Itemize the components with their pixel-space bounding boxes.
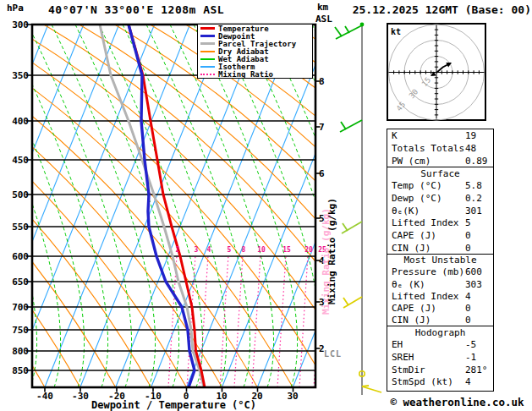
temperature-line-swatch bbox=[200, 27, 215, 30]
section-header: Hodograph bbox=[387, 326, 493, 339]
pressure-label: 850 bbox=[5, 365, 29, 376]
table-row: EH -5 bbox=[387, 339, 493, 352]
row-value: 301 bbox=[465, 206, 482, 218]
row-value: 0 bbox=[465, 230, 471, 243]
row-label: CAPE (J) bbox=[392, 230, 436, 241]
section-header: Surface bbox=[387, 167, 493, 180]
row-value: 5.8 bbox=[465, 180, 482, 193]
mixing-ratio-value: 2 bbox=[170, 246, 185, 254]
table-row: CAPE (J) 0 bbox=[387, 303, 493, 315]
row-value: 0.89 bbox=[465, 155, 488, 167]
row-value: 0.2 bbox=[465, 193, 482, 206]
row-label: Dewp (°C) bbox=[392, 193, 442, 204]
temperature-curve bbox=[129, 25, 205, 387]
pressure-label: 300 bbox=[5, 19, 29, 30]
row-label: Lifted Index bbox=[392, 291, 458, 302]
skewt-sounding-page: hPa 40°07'N 33°00'E 1208m ASL km ASL 25.… bbox=[0, 0, 532, 411]
pressure-label: 700 bbox=[5, 302, 29, 313]
wet-adiabat-line-swatch bbox=[200, 58, 215, 60]
mixing-ratio-value: 10 bbox=[254, 246, 269, 254]
x-axis-title: Dewpoint / Temperature (°C) bbox=[32, 399, 315, 411]
copyright-watermark: © weatheronline.co.uk bbox=[382, 396, 532, 408]
row-label: Pressure (mb) bbox=[392, 266, 464, 277]
section-header: Most Unstable bbox=[387, 255, 493, 266]
legend-item-mixing-ratio: Mixing Ratio bbox=[198, 70, 312, 78]
km-label: 7 bbox=[319, 122, 325, 133]
pressure-label: 800 bbox=[5, 346, 29, 357]
table-row: PW (cm) 0.89 bbox=[387, 155, 493, 167]
row-value: 4 bbox=[465, 376, 471, 389]
row-label: CAPE (J) bbox=[392, 303, 436, 314]
hodograph-panel: kt 15 30 45 bbox=[387, 24, 485, 120]
table-row: K 19 bbox=[387, 129, 493, 142]
pressure-label: 550 bbox=[5, 222, 29, 233]
pressure-label: 450 bbox=[5, 155, 29, 166]
table-row: Lifted Index 4 bbox=[387, 291, 493, 303]
row-label: Temp (°C) bbox=[392, 180, 442, 191]
legend: Temperature Dewpoint Parcel Trajectory D… bbox=[197, 24, 313, 79]
row-value: 19 bbox=[465, 129, 476, 142]
parcel-line-swatch bbox=[200, 42, 215, 45]
row-value: 48 bbox=[465, 142, 476, 155]
pressure-label: 400 bbox=[5, 116, 29, 127]
surface-panel: Surface Temp (°C) 5.8 Dewp (°C) 0.2 θₑ(K… bbox=[387, 167, 494, 256]
plot-border bbox=[32, 25, 315, 387]
row-label: StmDir bbox=[392, 364, 425, 375]
pressure-label: 350 bbox=[5, 70, 29, 81]
table-row: Pressure (mb) 600 bbox=[387, 266, 493, 278]
mixing-ratio-value: 8 bbox=[236, 246, 251, 254]
row-value: 281° bbox=[465, 364, 488, 377]
row-value: 5 bbox=[465, 217, 471, 230]
row-value: -5 bbox=[465, 339, 476, 352]
mixing-ratio-line-swatch bbox=[200, 74, 215, 75]
mixing-ratio-value: 5 bbox=[222, 246, 237, 254]
table-row: Temp (°C) 5.8 bbox=[387, 180, 493, 193]
km-label: 6 bbox=[319, 168, 325, 179]
legend-label: Mixing Ratio bbox=[218, 70, 273, 79]
most-unstable-panel: Most Unstable Pressure (mb) 600 θₑ (K) 3… bbox=[387, 254, 494, 328]
isotherm-line-swatch bbox=[200, 66, 215, 68]
indices-panel: K 19 Totals Totals 48 PW (cm) 0.89 bbox=[387, 129, 494, 168]
row-label: CIN (J) bbox=[392, 243, 431, 254]
row-label: PW (cm) bbox=[392, 156, 431, 167]
row-label: Lifted Index bbox=[392, 217, 458, 228]
dewpoint-line-swatch bbox=[200, 35, 215, 37]
legend-item-wet-adiabat: Wet Adiabat bbox=[198, 55, 312, 63]
pressure-gridlines bbox=[26, 25, 321, 392]
row-label: Totals Totals bbox=[392, 143, 464, 154]
km-label: 8 bbox=[319, 76, 325, 87]
table-row: StmDir 281° bbox=[387, 364, 493, 377]
hodograph-unit-label: kt bbox=[391, 27, 401, 36]
mixing-ratio-value: 15 bbox=[279, 246, 294, 254]
table-row: CAPE (J) 0 bbox=[387, 230, 493, 243]
row-value: 0 bbox=[465, 303, 471, 315]
row-label: θₑ(K) bbox=[392, 206, 420, 216]
mixing-ratio-axis-label: Mixing Ratio (g/kg) bbox=[326, 198, 337, 304]
row-label: SREH bbox=[392, 352, 414, 363]
wind-barb-300hpa bbox=[335, 25, 362, 39]
mixing-ratio-value: 4 bbox=[201, 246, 217, 254]
hodograph-stats-panel: Hodograph EH -5 SREH -1 StmDir 281° StmS… bbox=[387, 326, 494, 392]
wind-barb-400hpa bbox=[340, 120, 362, 132]
row-label: StmSpd (kt) bbox=[392, 376, 453, 387]
table-row: Dewp (°C) 0.2 bbox=[387, 193, 493, 206]
table-row: Totals Totals 48 bbox=[387, 142, 493, 155]
legend-item-temperature: Temperature bbox=[198, 25, 312, 32]
row-value: 4 bbox=[465, 291, 471, 303]
pressure-label: 650 bbox=[5, 277, 29, 288]
pressure-label: 750 bbox=[5, 325, 29, 336]
table-row: θₑ (K) 303 bbox=[387, 279, 493, 291]
table-row: StmSpd (kt) 4 bbox=[387, 376, 493, 389]
lcl-marker-label: LCL bbox=[324, 349, 342, 359]
row-label: θₑ (K) bbox=[392, 279, 425, 290]
wind-barb-staff bbox=[335, 23, 381, 395]
row-label: K bbox=[392, 130, 398, 141]
dry-adiabat-line-swatch bbox=[200, 51, 215, 52]
wind-barb-550hpa bbox=[342, 222, 362, 233]
row-label: CIN (J) bbox=[392, 315, 431, 326]
wind-barb-700hpa bbox=[343, 297, 362, 308]
table-row: SREH -1 bbox=[387, 352, 493, 364]
pressure-label: 500 bbox=[5, 189, 29, 200]
wind-barb-surface bbox=[362, 386, 381, 392]
row-value: 303 bbox=[465, 279, 482, 291]
